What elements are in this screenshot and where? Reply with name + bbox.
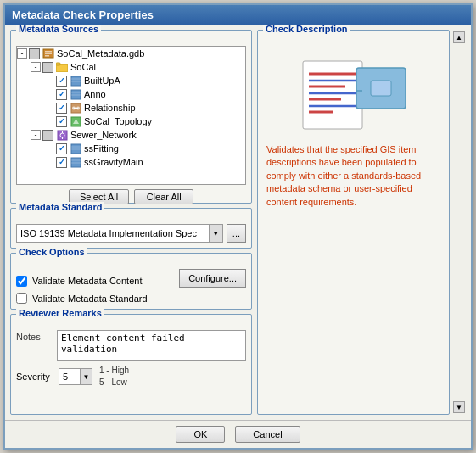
svg-point-15	[76, 106, 80, 109]
left-panel: Metadata Sources -	[10, 30, 252, 415]
validate-standard-label: Validate Metadata Standard	[32, 294, 148, 304]
checkbox-sewer-network[interactable]	[42, 130, 53, 141]
notes-label: Notes	[16, 332, 52, 342]
tree-node-gdb[interactable]: - SoCal_Metadata.gdb	[17, 47, 245, 60]
node-label-socal: SoCal	[70, 62, 96, 72]
validate-standard-checkbox[interactable]	[16, 293, 27, 304]
feature-icon-ssgravitymain	[70, 156, 81, 168]
folder-icon-socal	[56, 61, 68, 73]
metadata-standard-row: ISO 19139 Metadata Implementation Spec ▼…	[16, 224, 246, 243]
gdb-icon	[42, 48, 54, 59]
expander-socal[interactable]: -	[31, 62, 41, 72]
metadata-standard-select[interactable]: ISO 19139 Metadata Implementation Spec ▼	[16, 224, 223, 243]
checkbox-builtupp[interactable]	[56, 76, 67, 87]
reviewer-remarks-section: Reviewer Remarks Notes Element content f…	[10, 314, 252, 415]
notes-row: Notes Element content failed validation	[16, 330, 246, 361]
svg-rect-37	[371, 81, 391, 96]
node-label-gdb: SoCal_Metadata.gdb	[57, 48, 144, 59]
check-options-content: Validate Metadata Content Configure... V…	[16, 269, 246, 304]
expander-sewer[interactable]: -	[31, 130, 41, 140]
svg-rect-1	[45, 51, 52, 53]
node-label-ssgravitymain: ssGravityMain	[84, 157, 143, 167]
tree-node-anno[interactable]: Anno	[17, 87, 245, 101]
validate-content-label: Validate Metadata Content	[32, 276, 142, 286]
metadata-check-properties-dialog: Metadata Check Properties Metadata Sourc…	[3, 3, 473, 450]
cancel-button[interactable]: Cancel	[235, 426, 300, 443]
checkbox-ssgravitymain[interactable]	[56, 157, 67, 168]
dialog-title: Metadata Check Properties	[12, 8, 154, 21]
metadata-standard-arrow[interactable]: ▼	[209, 225, 222, 242]
validate-standard-row: Validate Metadata Standard	[16, 293, 246, 304]
checkbox-socal[interactable]	[42, 62, 53, 73]
severity-hint: 1 - High 5 - Low	[99, 365, 129, 389]
node-label-builtupp: BuiltUpA	[84, 76, 120, 86]
network-icon	[56, 129, 68, 141]
metadata-standard-label: Metadata Standard	[16, 202, 104, 212]
svg-point-14	[72, 106, 76, 109]
dialog-footer: OK Cancel	[5, 420, 471, 448]
svg-rect-6	[71, 76, 81, 86]
node-label-anno: Anno	[84, 89, 106, 99]
metadata-standard-section: Metadata Standard ISO 19139 Metadata Imp…	[10, 208, 252, 249]
svg-rect-5	[56, 63, 60, 65]
svg-rect-2	[45, 53, 52, 55]
validate-content-checkbox[interactable]	[16, 276, 27, 287]
node-label-topology: SoCal_Topology	[84, 116, 152, 126]
svg-rect-25	[71, 158, 81, 167]
svg-rect-3	[45, 55, 49, 57]
checkbox-anno[interactable]	[56, 89, 67, 100]
severity-label: Severity	[16, 372, 52, 382]
check-options-section: Check Options Validate Metadata Content …	[10, 253, 252, 310]
tree-node-sewer-network[interactable]: - Sewer_Network	[17, 128, 245, 142]
reviewer-remarks-content: Notes Element content failed validation …	[16, 330, 246, 389]
node-label-relationship: Relationship	[84, 103, 136, 113]
feature-icon-builtupp	[70, 75, 81, 87]
severity-value: 5	[59, 370, 80, 383]
feature-icon-ssfitting	[70, 143, 81, 154]
metadata-sources-section: Metadata Sources -	[10, 30, 252, 204]
metadata-standard-value: ISO 19139 Metadata Implementation Spec	[17, 226, 209, 240]
reviewer-remarks-label: Reviewer Remarks	[16, 308, 104, 318]
check-options-label: Check Options	[16, 247, 87, 257]
severity-arrow[interactable]: ▼	[80, 369, 92, 384]
svg-rect-9	[71, 90, 81, 99]
configure-button[interactable]: Configure...	[179, 269, 246, 288]
dialog-title-bar: Metadata Check Properties	[5, 5, 471, 25]
scroll-down-button[interactable]: ▼	[453, 401, 465, 413]
checkbox-topology[interactable]	[56, 116, 67, 127]
check-description-section: Check Description	[257, 30, 450, 415]
expander-gdb[interactable]: -	[17, 48, 27, 59]
relation-icon	[70, 102, 81, 114]
validate-content-row: Validate Metadata Content Configure...	[16, 269, 246, 288]
tree-node-ssgravitymain[interactable]: ssGravityMain	[17, 155, 245, 169]
right-scroll-indicator: ▲ ▼	[452, 30, 466, 415]
notes-input[interactable]: Element content failed validation	[57, 330, 246, 361]
node-label-sewer-network: Sewer_Network	[70, 130, 137, 140]
tree-node-relationship[interactable]: Relationship	[17, 101, 245, 115]
scroll-up-button[interactable]: ▲	[453, 31, 465, 43]
tree-node-ssfitting[interactable]: ssFitting	[17, 142, 245, 155]
feature-icon-anno	[70, 88, 81, 100]
tree-node-builtupp[interactable]: BuiltUpA	[17, 74, 245, 87]
right-area: Check Description	[257, 30, 466, 415]
metadata-standard-browse-button[interactable]: ...	[227, 224, 246, 243]
severity-row: Severity 5 ▼ 1 - High 5 - Low	[16, 365, 246, 389]
description-illustration	[299, 53, 409, 133]
metadata-sources-label: Metadata Sources	[16, 25, 101, 34]
ok-button[interactable]: OK	[176, 426, 225, 443]
description-icon-area	[263, 44, 444, 140]
checkbox-gdb[interactable]	[29, 48, 40, 59]
tree-node-topology[interactable]: SoCal_Topology	[17, 115, 245, 128]
topology-icon	[70, 115, 81, 127]
svg-rect-22	[71, 144, 81, 154]
tree-node-socal[interactable]: - SoCal	[17, 60, 245, 74]
check-description-label: Check Description	[263, 25, 350, 34]
checkbox-relationship[interactable]	[56, 103, 67, 114]
svg-rect-28	[303, 61, 362, 129]
checkbox-ssfitting[interactable]	[56, 143, 67, 154]
node-label-ssfitting: ssFitting	[84, 143, 119, 154]
severity-select[interactable]: 5 ▼	[59, 368, 92, 385]
metadata-sources-tree[interactable]: - SoCal_Metadata.gdb	[16, 46, 246, 185]
check-description-text: Validates that the specified GIS item de…	[263, 140, 444, 212]
clear-all-button[interactable]: Clear All	[134, 189, 193, 204]
